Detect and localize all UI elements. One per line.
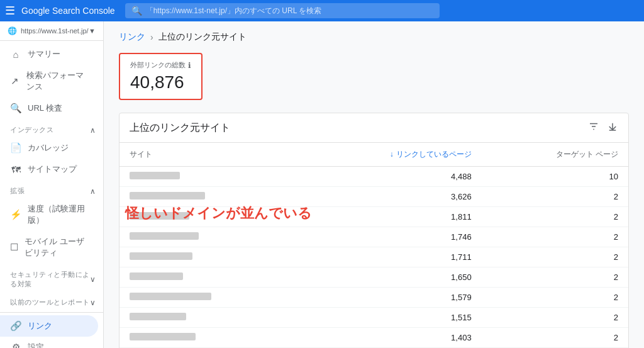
table-row: blurred1,7112 bbox=[119, 247, 628, 267]
table-row: blurred4,48810 bbox=[119, 167, 628, 187]
cell-target-pages: 2 bbox=[482, 227, 628, 247]
links-icon: 🔗 bbox=[10, 320, 21, 332]
sidebar-item-settings[interactable]: ⚙ 設定 bbox=[0, 337, 98, 348]
home-icon: ⌂ bbox=[10, 49, 21, 60]
site-url: https://www.1st-net.jp/ bbox=[21, 27, 89, 35]
search-icon: 🔍 bbox=[131, 6, 142, 16]
cell-linking-pages: 3,626 bbox=[301, 187, 482, 207]
old-tools-section-header: 以前のツールとレポート ∨ bbox=[0, 291, 103, 310]
cell-target-pages: 2 bbox=[482, 207, 628, 227]
cell-site: blurred bbox=[119, 227, 301, 247]
table-row: blurred1,6502 bbox=[119, 267, 628, 288]
cell-target-pages: 2 bbox=[482, 308, 628, 328]
table-row: blurred1,5152 bbox=[119, 308, 628, 328]
enhancement-section-header: 拡張 ∧ bbox=[0, 180, 103, 198]
site-icon: 🌐 bbox=[8, 26, 17, 35]
cell-linking-pages: 1,811 bbox=[301, 207, 482, 227]
breadcrumb: リンク › 上位のリンク元サイト bbox=[119, 31, 629, 43]
sidebar-item-sitemaps[interactable]: 🗺 サイトマップ bbox=[0, 159, 98, 180]
table-header-row: 上位のリンク元サイト bbox=[119, 113, 628, 143]
stats-card-value: 40,876 bbox=[130, 72, 191, 93]
table-row: blurred1,8112 bbox=[119, 207, 628, 227]
sidebar: 🌐 https://www.1st-net.jp/ ▼ ⌂ サマリー ↗ 検索パ… bbox=[0, 21, 104, 348]
cell-target-pages: 2 bbox=[482, 247, 628, 267]
cell-target-pages: 2 bbox=[482, 187, 628, 207]
sidebar-nav: ⌂ サマリー ↗ 検索パフォーマンス 🔍 URL 検査 インデックス ∧ 📄 カ… bbox=[0, 41, 103, 312]
sort-arrow-icon: ↓ bbox=[390, 150, 394, 159]
chevron-down-icon2: ∨ bbox=[90, 298, 96, 307]
cell-linking-pages: 1,650 bbox=[301, 267, 482, 288]
sidebar-item-search-performance[interactable]: ↗ 検索パフォーマンス bbox=[0, 65, 98, 98]
index-section-header: インデックス ∧ bbox=[0, 119, 103, 137]
search-bar[interactable]: 🔍 bbox=[125, 3, 440, 18]
cell-target-pages: 10 bbox=[482, 167, 628, 187]
search-input[interactable] bbox=[146, 6, 433, 15]
breadcrumb-current: 上位のリンク元サイト bbox=[158, 31, 247, 43]
coverage-icon: 📄 bbox=[10, 142, 21, 154]
sidebar-item-label: 検索パフォーマンス bbox=[26, 70, 91, 93]
security-section-label: セキュリティと手動による対策 bbox=[10, 270, 90, 289]
data-table: サイト ↓リンクしているページ ターゲット ページ blurred4,48810… bbox=[119, 143, 628, 348]
sidebar-item-label: サイトマップ bbox=[28, 164, 77, 175]
speed-icon: ⚡ bbox=[10, 209, 21, 220]
chevron-down-icon: ∨ bbox=[90, 275, 96, 284]
cell-site: blurred bbox=[119, 288, 301, 308]
old-tools-section-label: 以前のツールとレポート bbox=[10, 298, 90, 307]
cell-target-pages: 2 bbox=[482, 328, 628, 348]
sidebar-item-label: 設定 bbox=[28, 342, 44, 348]
sidebar-item-mobile[interactable]: ☐ モバイル ユーザビリティ bbox=[0, 231, 98, 264]
sidebar-item-speed[interactable]: ⚡ 速度（試験運用版） bbox=[0, 198, 98, 231]
topbar: ☰ Google Search Console 🔍 bbox=[0, 0, 644, 21]
col-target-pages[interactable]: ターゲット ページ bbox=[482, 143, 628, 167]
col-linking-pages[interactable]: ↓リンクしているページ bbox=[301, 143, 482, 167]
cell-linking-pages: 1,579 bbox=[301, 288, 482, 308]
sidebar-item-url-inspection[interactable]: 🔍 URL 検査 bbox=[0, 98, 98, 119]
breadcrumb-parent[interactable]: リンク bbox=[119, 31, 145, 43]
sidebar-item-coverage[interactable]: 📄 カバレッジ bbox=[0, 137, 98, 159]
table-section: 上位のリンク元サイト サイト bbox=[119, 113, 629, 348]
stats-card-label: 外部リンクの総数 ℹ bbox=[130, 60, 191, 70]
sidebar-item-label: モバイル ユーザビリティ bbox=[25, 236, 91, 259]
sidebar-footer: 🔗 リンク ⚙ 設定 ≡ フィードバックを送信 ★ 新しいバージョンについて プ… bbox=[0, 312, 103, 348]
enhancement-section-label: 拡張 bbox=[10, 186, 25, 196]
chevron-up-icon: ∧ bbox=[90, 126, 96, 135]
security-section-header: セキュリティと手動による対策 ∨ bbox=[0, 264, 103, 291]
cell-site: blurred bbox=[119, 267, 301, 288]
search-icon: 🔍 bbox=[10, 103, 21, 114]
main-layout: 🌐 https://www.1st-net.jp/ ▼ ⌂ サマリー ↗ 検索パ… bbox=[0, 21, 644, 348]
col-site[interactable]: サイト bbox=[119, 143, 301, 167]
sidebar-item-label: カバレッジ bbox=[28, 142, 69, 154]
stats-card: 外部リンクの総数 ℹ 40,876 bbox=[119, 53, 203, 100]
cell-linking-pages: 1,711 bbox=[301, 247, 482, 267]
cell-linking-pages: 1,746 bbox=[301, 227, 482, 247]
sidebar-item-label: 速度（試験運用版） bbox=[28, 203, 91, 226]
sidebar-item-links[interactable]: 🔗 リンク bbox=[0, 315, 98, 337]
cell-linking-pages: 1,403 bbox=[301, 328, 482, 348]
sidebar-item-label: リンク bbox=[28, 320, 52, 332]
breadcrumb-separator: › bbox=[150, 32, 153, 42]
site-selector[interactable]: 🌐 https://www.1st-net.jp/ ▼ bbox=[0, 21, 103, 41]
mobile-icon: ☐ bbox=[10, 242, 18, 253]
table-row: blurred1,7462 bbox=[119, 227, 628, 247]
menu-icon[interactable]: ☰ bbox=[5, 4, 15, 18]
content-area: リンク › 上位のリンク元サイト 外部リンクの総数 ℹ 40,876 上位のリン… bbox=[104, 21, 644, 348]
cell-target-pages: 2 bbox=[482, 288, 628, 308]
sidebar-item-summary[interactable]: ⌂ サマリー bbox=[0, 43, 98, 65]
table-row: blurred1,5792 bbox=[119, 288, 628, 308]
table-row: blurred3,6262 bbox=[119, 187, 628, 207]
table-wrapper: 上位のリンク元サイト サイト bbox=[119, 113, 629, 348]
table-row: blurred1,4032 bbox=[119, 328, 628, 348]
chart-icon: ↗ bbox=[10, 76, 20, 87]
filter-button[interactable] bbox=[588, 121, 599, 135]
table-title: 上位のリンク元サイト bbox=[130, 121, 230, 135]
settings-icon: ⚙ bbox=[10, 342, 21, 348]
cell-site: blurred bbox=[119, 328, 301, 348]
app-title: Google Search Console bbox=[21, 6, 115, 16]
site-arrow-icon: ▼ bbox=[89, 27, 96, 35]
sitemap-icon: 🗺 bbox=[10, 164, 21, 175]
sidebar-item-label: URL 検査 bbox=[28, 103, 62, 114]
cell-site: blurred bbox=[119, 187, 301, 207]
download-button[interactable] bbox=[607, 121, 618, 135]
info-icon[interactable]: ℹ bbox=[188, 61, 191, 70]
index-section-label: インデックス bbox=[10, 125, 53, 135]
